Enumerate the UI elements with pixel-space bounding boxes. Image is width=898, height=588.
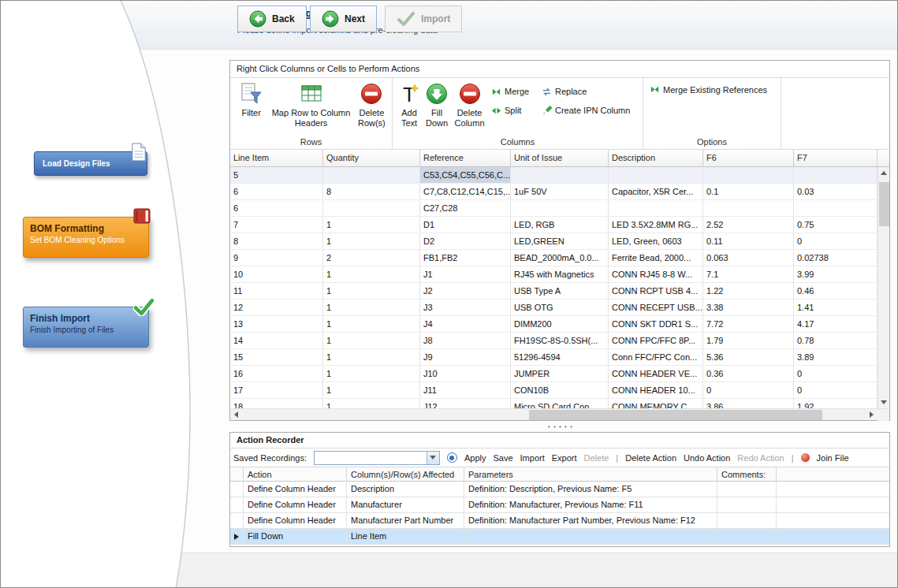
cell-quantity[interactable] [323,167,420,183]
scroll-up-button[interactable] [878,167,890,179]
next-button[interactable]: Next [310,6,377,32]
column-header-parameters[interactable]: Parameters [464,467,717,482]
cell-description[interactable]: CONN HEADER VE... [609,366,703,381]
cell-description[interactable] [609,200,703,216]
cell-reference[interactable]: C7,C8,C12,C14,C15,... [420,184,511,199]
cell-f7[interactable]: 3.99 [794,266,878,282]
horizontal-scroll-track[interactable] [242,409,866,421]
delete-column-button[interactable]: Delete Column [451,80,488,129]
cell-f7[interactable]: 0.02738 [794,250,878,266]
horizontal-scroll-thumb[interactable] [529,410,822,420]
fill-down-button[interactable]: Fill Down [423,80,451,129]
cell-reference[interactable]: D1 [420,217,511,233]
cell-reference[interactable]: C53,C54,C55,C56,C... [420,167,511,183]
cell-affected[interactable]: Manufacturer [347,497,464,512]
cell-reference[interactable]: J1 [420,266,511,282]
cell-quantity[interactable] [323,200,420,216]
undo-action-link[interactable]: Undo Action [684,453,730,463]
cell-f7[interactable]: 1.41 [794,300,878,315]
cell-line-item[interactable]: 8 [230,233,323,249]
cell-description[interactable]: CONN FPC/FFC 8P... [609,333,703,348]
cell-f6[interactable] [703,200,794,216]
cell-reference[interactable]: J4 [420,316,511,332]
column-header-reference[interactable]: Reference [420,150,511,167]
delete-action-link[interactable]: Delete Action [625,453,676,463]
cell-line-item[interactable]: 15 [230,349,323,365]
cell-f7[interactable]: 0.78 [794,333,878,348]
column-header-description[interactable]: Description [609,150,703,167]
cell-unit-of-issue[interactable]: 1uF 50V [511,184,609,199]
back-button[interactable]: Back [237,6,307,32]
bom-grid-row[interactable]: 15 1 J9 51296-4594 Conn FFC/FPC Con... 5… [230,349,878,366]
column-header-comments[interactable]: Comments: [717,467,777,482]
cell-line-item[interactable]: 17 [230,382,323,398]
bom-grid-row[interactable]: 5 C53,C54,C55,C56,C... [230,167,878,184]
create-ipn-column-button[interactable]: Create IPN Column [538,102,641,119]
cell-reference[interactable]: J9 [420,349,511,365]
cell-description[interactable]: Ferrite Bead, 2000... [609,250,703,266]
cell-f7[interactable]: 0.03 [794,184,878,199]
bom-grid-row[interactable]: 8 1 D2 LED,GREEN LED, Green, 0603 0.11 0 [230,233,878,250]
cell-f6[interactable]: 5.36 [703,349,794,365]
cell-unit-of-issue[interactable]: RJ45 with Magnetics [511,266,609,282]
action-table-row[interactable]: Fill Down Line Item [230,529,889,545]
cell-affected[interactable]: Manufacturer Part Number [347,513,464,528]
cell-reference[interactable]: J11 [420,382,511,398]
cell-f7[interactable]: 0 [794,233,878,249]
column-header-quantity[interactable]: Quantity [323,150,420,167]
cell-action[interactable]: Define Column Header [244,497,347,512]
cell-quantity[interactable]: 1 [323,283,420,299]
cell-f7[interactable]: 0.46 [794,283,878,299]
cell-description[interactable]: CONN RECEPT USB... [609,300,703,315]
cell-parameters[interactable]: Definition: Description, Previous Name: … [464,482,717,497]
cell-action[interactable]: Fill Down [244,529,347,544]
cell-quantity[interactable]: 1 [323,382,420,398]
cell-affected[interactable]: Description [347,482,464,497]
cell-f6[interactable]: 1.22 [703,283,794,299]
cell-comments[interactable] [717,497,777,512]
bom-grid-row[interactable]: 6 C27,C28 [230,200,878,217]
cell-description[interactable]: CONN HEADER 10... [609,382,703,398]
cell-unit-of-issue[interactable] [511,200,609,216]
cell-line-item[interactable]: 14 [230,333,323,348]
cell-unit-of-issue[interactable]: JUMPER [511,366,609,381]
cell-f6[interactable]: 2.52 [703,217,794,233]
save-link[interactable]: Save [493,453,512,463]
cell-description[interactable]: Capacitor, X5R Cer... [609,184,703,199]
column-header-f7[interactable]: F7 [794,150,878,167]
export-link[interactable]: Export [552,453,577,463]
cell-description[interactable]: Conn FFC/FPC Con... [609,349,703,365]
saved-recordings-dropdown[interactable] [314,451,440,465]
cell-f6[interactable]: 3.86 [703,399,794,408]
cell-description[interactable]: CONN RJ45 8-8 W... [609,266,703,282]
apply-radio[interactable] [447,452,457,463]
vertical-scrollbar[interactable] [878,167,889,408]
vertical-scroll-thumb[interactable] [879,182,889,226]
map-row-to-column-headers-button[interactable]: Map Row to Column Headers [269,80,352,129]
cell-reference[interactable]: J2 [420,283,511,299]
column-header-action[interactable]: Action [244,467,347,482]
cell-f6[interactable]: 0.11 [703,233,794,249]
cell-f6[interactable]: 7.72 [703,316,794,332]
bom-grid-row[interactable]: 12 1 J3 USB OTG CONN RECEPT USB... 3.38 … [230,300,878,316]
action-table-row[interactable]: Define Column Header Manufacturer Defini… [230,497,889,513]
splitter-handle[interactable] [546,425,573,429]
action-table-row[interactable]: Define Column Header Manufacturer Part N… [230,513,889,529]
cell-description[interactable]: LED 3.5X2.8MM RG... [609,217,703,233]
cell-description[interactable] [609,167,703,183]
bom-grid-row[interactable]: 11 1 J2 USB Type A CONN RCPT USB 4... 1.… [230,283,878,300]
cell-description[interactable]: CONN SKT DDR1 S... [609,316,703,332]
cell-quantity[interactable]: 2 [323,250,420,266]
cell-unit-of-issue[interactable]: CON10B [511,382,609,398]
cell-parameters[interactable] [464,529,717,544]
bom-grid-row[interactable]: 14 1 J8 FH19SC-8S-0.5SH(... CONN FPC/FFC… [230,333,878,349]
split-button[interactable]: Split [488,102,538,119]
bom-grid-row[interactable]: 18 1 J12 Micro SD Card Con... CONN MEMOR… [230,399,878,408]
cell-f7[interactable]: 3.89 [794,349,878,365]
bom-grid-row[interactable]: 10 1 J1 RJ45 with Magnetics CONN RJ45 8-… [230,266,878,283]
wizard-step-finish-import[interactable]: Finish Import Finish Importing of Files [23,307,149,348]
cell-line-item[interactable]: 12 [230,300,323,315]
column-header-f6[interactable]: F6 [703,150,794,167]
cell-f6[interactable]: 1.79 [703,333,794,348]
bom-grid-row[interactable]: 13 1 J4 DIMM200 CONN SKT DDR1 S... 7.72 … [230,316,878,333]
